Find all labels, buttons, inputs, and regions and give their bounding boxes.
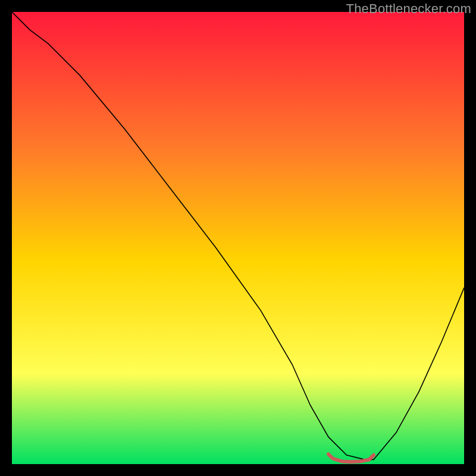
chart-frame (12, 12, 464, 464)
gradient-background (12, 12, 464, 464)
watermark-text: TheBottlenecker.com (346, 1, 471, 17)
bottleneck-chart (12, 12, 464, 464)
